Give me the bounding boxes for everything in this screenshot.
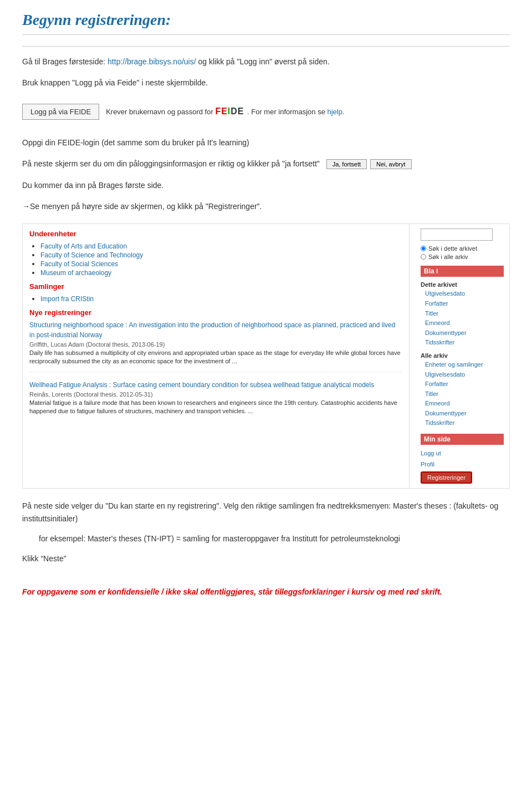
- alle-arkiv-label: Alle arkiv: [421, 352, 504, 359]
- list-item: Import fra CRIStin: [40, 294, 402, 303]
- feide-button[interactable]: Logg på via FEIDE: [22, 104, 99, 120]
- underenheter-header: Underenheter: [29, 230, 402, 238]
- radio-all-archives[interactable]: Søk i alle arkiv: [421, 253, 504, 260]
- min-side-box: Min side Logg ut Profil Registreringer: [421, 434, 504, 484]
- step1-link[interactable]: http://brage.bibsys.no/uis/: [108, 57, 196, 66]
- radio-all-archives-label: Søk i alle arkiv: [428, 253, 468, 260]
- right-col: Søk i dette arkivet Søk i alle arkiv Bla…: [415, 224, 509, 488]
- registration-item-1: Structuring neighborhood space : An inve…: [29, 320, 402, 372]
- ja-fortsett-button[interactable]: Ja, fortsett: [326, 159, 367, 169]
- step3-section: Oppgi din FEIDE-login (det samme som du …: [22, 136, 510, 149]
- page-title: Begynn registreringen:: [22, 11, 510, 35]
- reg1-title-link[interactable]: Structuring neighborhood space : An inve…: [29, 321, 395, 339]
- bla-i-header: Bla i: [421, 266, 504, 277]
- list-item: Museum of archaeology: [40, 268, 402, 277]
- dette-forfatter-link[interactable]: Forfatter: [421, 299, 504, 309]
- reg1-desc: Daily life has subsumed a multiplicity o…: [29, 349, 402, 366]
- list-item: Faculty of Science and Technology: [40, 250, 402, 259]
- radio-this-archive[interactable]: Søk i dette arkivet: [421, 245, 504, 252]
- faculty-arts-link[interactable]: Faculty of Arts and Education: [40, 242, 127, 250]
- example-indent: for eksempel: Master's theses (TN-IPT) =…: [22, 532, 510, 546]
- alle-utgivelsesdato-link[interactable]: Utgivelsesdato: [421, 370, 504, 380]
- dette-emneord-link[interactable]: Emneord: [421, 318, 504, 328]
- bottom-p2: for eksempel: Master's theses (TN-IPT) =…: [39, 532, 510, 546]
- alle-enheter-link[interactable]: Enheter og samlinger: [421, 360, 504, 370]
- search-radio-group: Søk i dette arkivet Søk i alle arkiv: [421, 245, 504, 260]
- registration-item-2: Wellhead Fatigue Analysis : Surface casi…: [29, 380, 402, 422]
- dette-tidsskrifter-link[interactable]: Tidsskrifter: [421, 338, 504, 348]
- alle-forfatter-link[interactable]: Forfatter: [421, 379, 504, 389]
- profil-link[interactable]: Profil: [421, 459, 504, 470]
- step2-text: Bruk knappen "Logg på via Feide" i neste…: [22, 78, 208, 87]
- feide-help-link[interactable]: hjelp: [328, 108, 342, 116]
- museum-link[interactable]: Museum of archaeology: [40, 269, 111, 277]
- feide-logo: FEIDE: [215, 106, 247, 116]
- min-side-header: Min side: [421, 434, 504, 445]
- nye-reg-header: Nye registreringer: [29, 308, 402, 317]
- alle-emneord-link[interactable]: Emneord: [421, 399, 504, 409]
- reg2-title-link[interactable]: Wellhead Fatigue Analysis : Surface casi…: [29, 381, 374, 389]
- logg-ut-link[interactable]: Logg ut: [421, 448, 504, 459]
- samlinger-list: Import fra CRIStin: [29, 294, 402, 303]
- step1-section: Gå til Brages førsteside: http://brage.b…: [22, 55, 510, 68]
- step4-section: På neste skjerm ser du om din påloggings…: [22, 158, 510, 170]
- dette-dokumenttyper-link[interactable]: Dokumenttyper: [421, 328, 504, 338]
- step3-text: Oppgi din FEIDE-login (det samme som du …: [22, 138, 249, 147]
- step5-text: Du kommer da inn på Brages første side.: [22, 181, 163, 190]
- import-cristin-link[interactable]: Import fra CRIStin: [40, 295, 94, 303]
- faculty-social-link[interactable]: Faculty of Social Sciences: [40, 260, 118, 268]
- underenheter-list: Faculty of Arts and Education Faculty of…: [29, 241, 402, 277]
- registreringer-button[interactable]: Registreringer: [421, 471, 472, 484]
- arrow-section: →Se menyen på høyre side av skjermen, og…: [22, 200, 510, 212]
- confirm-buttons-area: Ja, fortsett Nei, avbryt: [326, 159, 412, 169]
- arrow-text: →Se menyen på høyre side av skjermen, og…: [22, 202, 262, 211]
- bottom-p1: På neste side velger du "Du kan starte e…: [22, 500, 510, 526]
- screenshot-area: Underenheter Faculty of Arts and Educati…: [22, 224, 510, 488]
- dette-arkivet-label: Dette arkivet: [421, 281, 504, 288]
- step2-section: Bruk knappen "Logg på via Feide" i neste…: [22, 77, 510, 89]
- alle-tidsskrifter-link[interactable]: Tidsskrifter: [421, 418, 504, 428]
- alle-dokumenttyper-link[interactable]: Dokumenttyper: [421, 409, 504, 419]
- feide-help-text: . For mer informasjon se: [247, 108, 325, 116]
- bottom-p4-red: For oppgavene som er konfidensielle / ik…: [22, 586, 510, 598]
- faculty-science-link[interactable]: Faculty of Science and Technology: [40, 251, 143, 259]
- dette-titler-link[interactable]: Titler: [421, 309, 504, 319]
- left-col: Underenheter Faculty of Arts and Educati…: [23, 224, 410, 488]
- feide-description-text: Krever brukernavn og passord for FEIDE .…: [106, 106, 344, 116]
- step4-text: På neste skjerm ser du om din påloggings…: [22, 159, 320, 168]
- list-item: Faculty of Arts and Education: [40, 241, 402, 250]
- bottom-section: På neste side velger du "Du kan starte e…: [22, 500, 510, 598]
- radio-this-archive-label: Søk i dette arkivet: [428, 245, 477, 252]
- samlinger-header: Samlinger: [29, 282, 402, 291]
- nei-avbryt-button[interactable]: Nei, avbryt: [370, 159, 412, 169]
- reg2-desc: Material fatigue is a failure mode that …: [29, 399, 402, 416]
- search-input[interactable]: [421, 229, 493, 241]
- reg1-meta: Griffith, Lucas Adam (Doctoral thesis, 2…: [29, 341, 402, 348]
- reg2-meta: Reinås, Lorents (Doctoral thesis, 2012-0…: [29, 391, 402, 398]
- step5-section: Du kommer da inn på Brages første side.: [22, 179, 510, 191]
- dette-utgivelsesdato-link[interactable]: Utgivelsesdato: [421, 289, 504, 299]
- step1-text: Gå til Brages førsteside:: [22, 57, 105, 66]
- list-item: Faculty of Social Sciences: [40, 259, 402, 268]
- bottom-p3: Klikk “Neste”: [22, 552, 510, 566]
- alle-titler-link[interactable]: Titler: [421, 389, 504, 399]
- feide-box: Logg på via FEIDE Krever brukernavn og p…: [22, 98, 510, 125]
- step1-suffix: og klikk på "Logg inn" øverst på siden.: [198, 57, 330, 66]
